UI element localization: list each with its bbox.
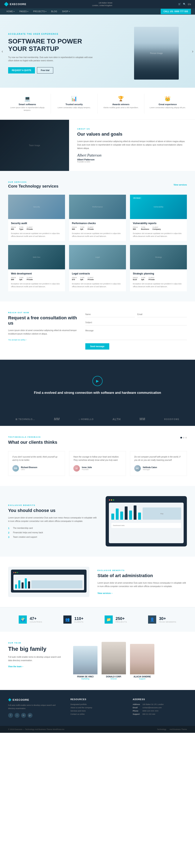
hero-quote-button[interactable]: REQUEST A QUOTE	[8, 67, 35, 73]
testimonial-dot-0[interactable]	[180, 437, 182, 438]
footer-address-label: Address	[133, 703, 141, 705]
hero-trial-button[interactable]: Free trial	[37, 67, 53, 73]
testimonial-dot-2[interactable]	[185, 437, 187, 438]
about-signature: Albert Patterson Albert Patterson Founde…	[77, 153, 187, 163]
footer-bottom-link-1[interactable]: And Business Theme	[170, 728, 187, 731]
header-icons: 🛒 🔍 EN	[178, 3, 191, 5]
stat-num-3: 30+	[159, 616, 176, 621]
footer-bottom-links: Technology And Business Theme	[157, 728, 187, 731]
about-title: Our values and goals	[77, 131, 187, 137]
contact-policy-link[interactable]: You accept our policy ›	[8, 339, 77, 341]
partners-bar: ⊞ TECHNOLO... Mm ⌂ HOMELLO alth MM roodf…	[0, 412, 195, 426]
why-item-text-1: Financials helps and money back	[13, 531, 43, 534]
contact-submit-button[interactable]: Send message	[85, 343, 109, 349]
team-view-link[interactable]: View the team ›	[8, 665, 65, 668]
cart-icon[interactable]: 🛒	[178, 3, 181, 5]
service-desc-1: Excepteur sint occaecat cupidatat non pr…	[69, 232, 126, 238]
logo-icon	[4, 2, 8, 6]
stat-label-3: TEAM MEMBERS	[159, 621, 176, 623]
footer-about-desc: Full aute mollit enable nemo to develop …	[8, 704, 62, 710]
arrow-right-icon: ›	[26, 339, 27, 341]
stat-label-0: COUNTRIES	[30, 621, 42, 623]
contact-info: REACH OUT NOW Request a free consultatio…	[8, 312, 77, 349]
testimonials-grid: If you don't succeed at the world, think…	[8, 451, 187, 476]
hero-next-arrow[interactable]: ›	[192, 49, 193, 54]
why-items-list: 1 The membership card 2 Financials helps…	[8, 527, 98, 538]
about-content: ABOUT US Our values and goals Lorem ipsu…	[69, 120, 195, 171]
team-title: The big family	[8, 646, 65, 652]
linkedin-icon[interactable]: in	[21, 713, 26, 718]
service-title-5: Strategic planning	[130, 272, 187, 275]
why-title: You should choose us	[8, 508, 98, 513]
nav-call-cta[interactable]: CALL US: 0000 777 555	[161, 9, 191, 14]
nav-blog[interactable]: BLOG	[49, 8, 60, 14]
testimonial-author-1: IJ Irene Julie Founder	[73, 465, 122, 471]
footer-link-0[interactable]: Designated portfolio	[71, 703, 125, 705]
why-item-num-0: 1	[8, 527, 11, 529]
video-play-button[interactable]: ▶	[92, 376, 103, 386]
partner-logo-1: Mm	[54, 417, 60, 421]
footer-support-item: Support 000 21 222 444	[133, 713, 187, 715]
author-avatar-0: RB	[12, 465, 19, 471]
footer-link-1[interactable]: About us and the company	[71, 707, 125, 709]
facebook-icon[interactable]: f	[8, 713, 13, 718]
admin-content: EXCLUSIVE BENEFITS State of art administ…	[98, 569, 187, 594]
admin-tag: EXCLUSIVE BENEFITS	[98, 569, 187, 571]
googleplus-icon[interactable]: g+	[28, 713, 32, 718]
testimonial-card-0: If you don't succeed at the world, think…	[8, 451, 65, 476]
feature-title-3: Great experience	[159, 103, 177, 105]
contact-message-textarea[interactable]	[85, 328, 187, 340]
nav-shop[interactable]: SHOP ▾	[60, 8, 72, 14]
hero-subtitle: ACCELERATE THE USER EXPERIENCE	[8, 33, 93, 35]
footer-link-2[interactable]: Services and more	[71, 710, 125, 712]
footer-bottom-link-0[interactable]: Technology	[157, 728, 166, 731]
stat-clients: 👥 110+ CLIENTS	[63, 616, 83, 624]
why-item-0: 1 The membership card	[8, 527, 98, 529]
testimonials-header: TESTIMONIALS FEEDBACK What our clients t…	[8, 436, 187, 445]
feature-title-0: Smart softwares	[19, 103, 36, 105]
signature-script: Albert Patterson	[77, 153, 187, 157]
service-title-4: Legal contracts	[69, 272, 126, 275]
why-device-mockup: Map Dashboard data	[106, 496, 187, 547]
features-bar: 💻 Smart softwares Lorem ipsum dolor in r…	[0, 88, 195, 120]
service-meta-5: PRICE$110 TYPE3pk CLIENTPrivate	[130, 277, 187, 281]
partner-logo-4: MM	[140, 417, 145, 421]
video-title: Find a evolved and strong connection wit…	[8, 391, 187, 395]
footer-bottom-bar: © 2019 Execoore — Technology And Busines…	[0, 726, 195, 733]
testimonial-text-1: Have the courage to follow your heart an…	[73, 455, 122, 462]
services-header: OUR SERVICES Core Technology services Vi…	[8, 181, 187, 189]
logo[interactable]: EXECOORE	[4, 2, 26, 6]
contact-name-input[interactable]	[85, 312, 135, 317]
testimonial-dot-1[interactable]	[183, 437, 185, 438]
services-view-all-link[interactable]: View services	[174, 184, 187, 186]
twitter-icon[interactable]: t	[15, 713, 20, 718]
footer-email-item: Email contact@execoore.com	[133, 707, 187, 709]
service-image-wrap-1: Performance	[69, 195, 126, 219]
footer-address-value: 100 Baker St 17F, London	[142, 703, 164, 705]
author-avatar-2: HC	[134, 465, 141, 471]
footer-support-value: 000 21 222 444	[142, 713, 155, 715]
users-icon: 👥	[63, 616, 72, 624]
language-icon[interactable]: EN	[188, 3, 191, 5]
site-header: EXECOORE 130 Baker Street London, United…	[0, 0, 195, 8]
contact-subject-input[interactable]	[85, 320, 187, 326]
testimonials-title: What our clients thinks	[8, 440, 57, 445]
service-card-5: Strategy Strategic planning PRICE$110 TY…	[130, 245, 187, 291]
member-role-0: Marketing	[81, 678, 89, 680]
nav-projects[interactable]: PROJECTS ▾	[31, 8, 49, 14]
nav-home[interactable]: HOME ▾	[4, 8, 17, 14]
nav-pages[interactable]: PAGES ▾	[17, 8, 31, 14]
search-icon[interactable]: 🔍	[183, 3, 186, 5]
footer-link-3[interactable]: Contact us online	[71, 713, 125, 715]
feature-desc-3: Lorem consectetur adipiscing aliquip eli…	[150, 106, 186, 109]
hero-prev-arrow[interactable]: ‹	[2, 49, 3, 54]
testimonial-card-2: Do not compare yourself with people in t…	[130, 451, 187, 476]
author-avatar-1: IJ	[73, 465, 80, 471]
contact-email-input[interactable]	[137, 312, 187, 317]
person-icon: 👤	[148, 616, 156, 624]
footer-phone-value: 0000 123 XXX XXX	[142, 710, 159, 712]
feature-desc-0: Lorem ipsum dolor in reprehenderit aliqu…	[7, 106, 48, 112]
admin-view-services-link[interactable]: View services ›	[98, 592, 187, 594]
testimonials-dots	[180, 437, 187, 438]
contact-title: Request a free consultation with us	[8, 315, 77, 326]
